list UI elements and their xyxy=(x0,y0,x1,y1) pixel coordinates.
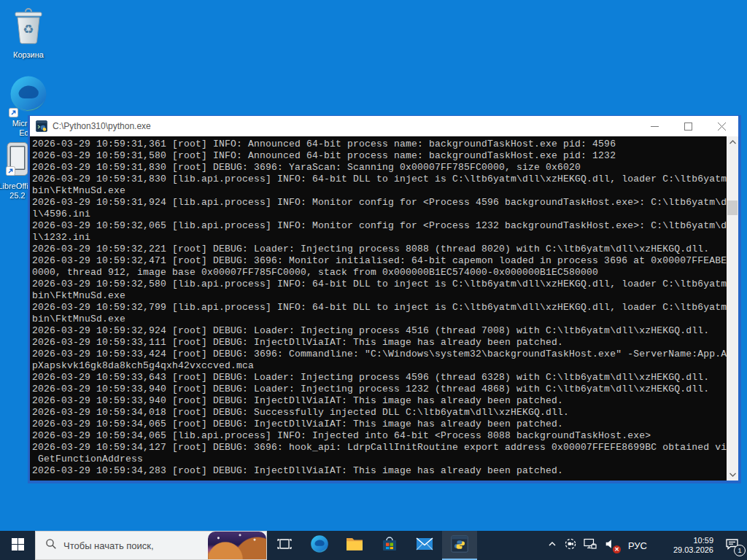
vertical-scrollbar[interactable] xyxy=(727,136,738,481)
recycle-bin-icon: ♻ xyxy=(12,7,45,48)
edge-icon xyxy=(310,534,329,556)
console-window: C:\Python310\python.exe 2026-03-29 10:59… xyxy=(28,115,741,483)
search-placeholder: Чтобы начать поиск, xyxy=(63,540,154,551)
minimize-button[interactable] xyxy=(638,116,671,136)
window-title: C:\Python310\python.exe xyxy=(53,121,151,131)
file-explorer-icon xyxy=(345,534,364,556)
scroll-down-icon[interactable] xyxy=(727,469,738,481)
mute-x-badge: ✕ xyxy=(613,545,621,553)
recycle-bin-label: Корзина xyxy=(13,50,44,60)
camera-dashed-circle-icon xyxy=(564,537,577,553)
start-button[interactable] xyxy=(0,531,35,560)
edge-icon xyxy=(9,74,48,117)
network-icon xyxy=(583,537,597,554)
search-icon xyxy=(45,538,57,553)
maximize-button[interactable] xyxy=(671,116,705,136)
taskbar-python-console-button[interactable] xyxy=(442,531,477,560)
scroll-up-icon[interactable] xyxy=(727,136,738,148)
notification-count-badge: 1 xyxy=(734,545,746,556)
tray-volume-button[interactable]: ✕ xyxy=(600,531,622,560)
tray-show-hidden-icons-button[interactable] xyxy=(543,531,561,560)
clock-time: 10:59 xyxy=(693,536,713,545)
windows-logo-icon xyxy=(12,538,24,553)
scrollbar-thumb[interactable] xyxy=(727,201,738,215)
mail-icon xyxy=(415,534,434,556)
taskbar-mail-button[interactable] xyxy=(407,531,442,560)
tray-clock[interactable]: 10:59 29.03.2026 xyxy=(654,531,716,560)
chevron-up-icon xyxy=(547,539,557,552)
search-highlight-image[interactable] xyxy=(208,532,266,560)
tray-language-indicator[interactable]: РУС xyxy=(622,531,654,560)
svg-text:♻: ♻ xyxy=(23,22,34,36)
console-output[interactable]: 2026-03-29 10:59:31,361 [root] INFO: Ann… xyxy=(32,139,725,477)
taskbar: Чтобы начать поиск, xyxy=(0,531,747,560)
desktop-icon-recycle-bin[interactable]: ♻ Корзина xyxy=(7,7,50,60)
close-button[interactable] xyxy=(705,116,738,136)
task-view-icon xyxy=(276,536,293,555)
tray-meet-now-button[interactable] xyxy=(561,531,580,560)
libreoffice-icon xyxy=(6,141,29,179)
desktop-background: ♻ Корзина xyxy=(0,0,747,560)
console-content[interactable]: 2026-03-29 10:59:31,361 [root] INFO: Ann… xyxy=(30,136,738,481)
microsoft-store-icon xyxy=(381,535,398,556)
tray-network-button[interactable] xyxy=(580,531,600,560)
taskbar-search-box[interactable]: Чтобы начать поиск, xyxy=(35,531,267,560)
python-console-icon xyxy=(450,534,469,556)
taskbar-store-button[interactable] xyxy=(372,531,407,560)
system-tray: ✕ РУС 10:59 29.03.2026 1 xyxy=(543,531,747,560)
tray-action-center-button[interactable]: 1 xyxy=(716,531,747,560)
window-title-bar[interactable]: C:\Python310\python.exe xyxy=(30,116,738,136)
taskbar-file-explorer-button[interactable] xyxy=(337,531,372,560)
shortcut-arrow-icon xyxy=(6,166,15,175)
task-view-button[interactable] xyxy=(267,531,302,560)
shortcut-arrow-icon xyxy=(9,107,18,117)
taskbar-edge-button[interactable] xyxy=(302,531,337,560)
clock-date: 29.03.2026 xyxy=(673,545,713,555)
python-console-icon xyxy=(36,120,47,132)
